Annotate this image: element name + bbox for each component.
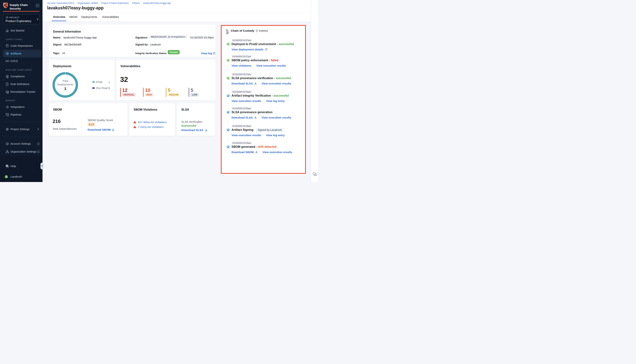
svg-text:Total: Total	[62, 79, 68, 82]
svg-text:Deployments: Deployments	[57, 83, 74, 86]
svg-text:1: 1	[64, 86, 66, 91]
svg-text:?: ?	[6, 165, 8, 167]
